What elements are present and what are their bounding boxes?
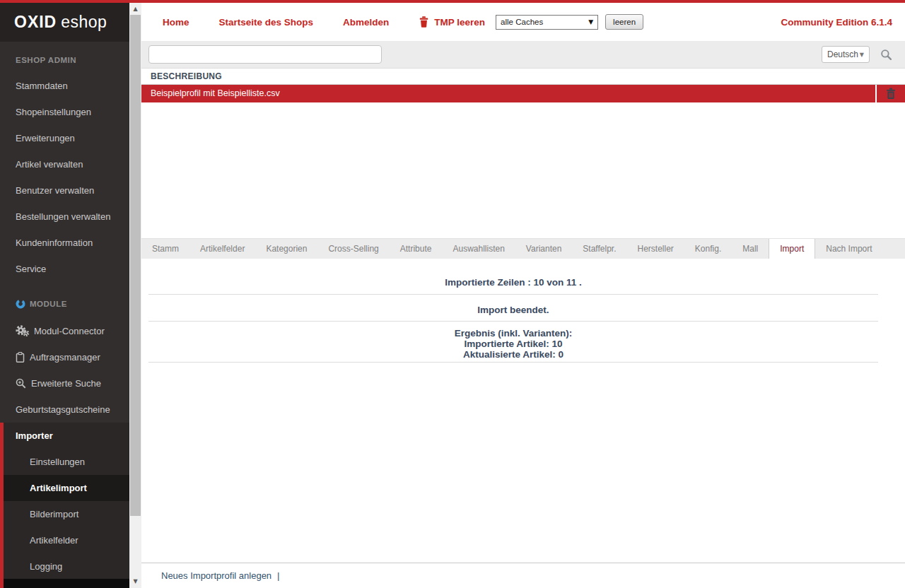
tab-kategorien[interactable]: Kategorien — [255, 239, 317, 259]
top-navigation: Home Startseite des Shops Abmelden TMP l… — [141, 3, 905, 41]
tab-import[interactable]: Import — [769, 239, 815, 259]
sidebar-subitem-logging[interactable]: Logging — [4, 553, 129, 580]
sidebar-item-label: Artikelimport — [30, 483, 87, 493]
separator — [148, 362, 878, 363]
tmp-clear-link[interactable]: TMP leeren — [419, 16, 485, 28]
cache-select-value: alle Caches — [501, 18, 543, 26]
sidebar-item-auftragsmanager[interactable]: Auftragsmanager — [0, 344, 129, 370]
sidebar-item-artikel-verwalten[interactable]: Artikel verwalten — [0, 151, 129, 177]
sidebar-item-importer[interactable]: Importer — [4, 423, 129, 449]
result-imported-count: Importierte Artikel: 10 — [148, 339, 878, 349]
sidebar-item-label: Bilderimport — [30, 509, 78, 519]
sidebar-header-eshop-admin: ESHOP ADMIN — [0, 46, 129, 73]
sidebar-item-label: Artikelfelder — [30, 535, 78, 546]
sidebar-subitem-artikelfelder[interactable]: Artikelfelder — [4, 527, 129, 553]
tab-staffelpr[interactable]: Staffelpr. — [572, 239, 626, 259]
sidebar-item-erweiterte-suche[interactable]: Erweiterte Suche — [0, 370, 129, 396]
clipboard-icon — [16, 352, 25, 363]
tab-artikelfelder[interactable]: Artikelfelder — [189, 239, 255, 259]
list-column-header: BESCHREIBUNG — [141, 69, 905, 85]
logo-text-light: eshop — [61, 13, 107, 32]
language-select[interactable]: Deutsch ▼ — [822, 46, 870, 63]
chevron-down-icon: ▼ — [860, 52, 864, 58]
sidebar-item-service[interactable]: Service — [0, 256, 129, 282]
sidebar-subitem-einstellungen[interactable]: Einstellungen — [4, 449, 129, 475]
sidebar-item-kundeninformation[interactable]: Kundeninformation — [0, 230, 129, 256]
sidebar-subitem-artikelimport[interactable]: Artikelimport — [4, 475, 129, 501]
sidebar-item-label: Erweiterungen — [16, 133, 75, 143]
tab-hersteller[interactable]: Hersteller — [627, 239, 684, 259]
oxid-eshop-logo: OXID eshop — [0, 3, 129, 42]
table-row: Beispielprofil mit Beispielliste.csv — [141, 85, 905, 102]
tab-konfig[interactable]: Konfig. — [684, 239, 732, 259]
search-icon — [880, 49, 892, 61]
sidebar-item-modul-connector[interactable]: Modul-Connector — [0, 317, 129, 344]
clear-cache-button[interactable]: leeren — [605, 14, 643, 30]
tab-stamm[interactable]: Stamm — [141, 239, 189, 259]
tab-mall[interactable]: Mall — [732, 239, 769, 259]
module-icon — [16, 299, 25, 309]
tab-auswahllisten[interactable]: Auswahllisten — [442, 239, 515, 259]
scroll-up-icon[interactable]: ▲ — [129, 4, 141, 14]
import-profile-row[interactable]: Beispielprofil mit Beispielliste.csv — [141, 85, 875, 102]
sidebar-scrollbar[interactable]: ▲ ▼ — [129, 3, 141, 588]
home-link[interactable]: Home — [163, 17, 189, 28]
import-result-panel: Importierte Zeilen : 10 von 11 . Import … — [141, 259, 905, 363]
tab-bar: Stamm Artikelfelder Kategorien Cross-Sel… — [141, 238, 905, 259]
gears-icon — [16, 325, 29, 336]
tab-varianten[interactable]: Varianten — [515, 239, 572, 259]
sidebar-item-label: Einstellungen — [30, 457, 85, 467]
footer-separator: | — [277, 570, 279, 581]
logout-link[interactable]: Abmelden — [343, 17, 389, 28]
logo-text-bold: OXID — [14, 13, 57, 32]
scrollbar-thumb[interactable] — [130, 15, 141, 516]
search-button[interactable] — [880, 49, 892, 61]
result-title: Ergebnis (inkl. Varianten): — [148, 328, 878, 339]
sidebar-item-label: Logging — [30, 561, 62, 572]
sidebar-item-geburtstagsgutscheine[interactable]: Geburtstagsgutscheine — [0, 396, 129, 423]
tmp-clear-label: TMP leeren — [434, 17, 485, 28]
sidebar-item-label: Auftragsmanager — [30, 352, 100, 363]
sidebar-item-benutzer-verwalten[interactable]: Benutzer verwalten — [0, 177, 129, 204]
trash-icon — [885, 88, 897, 100]
language-select-value: Deutsch — [827, 49, 858, 59]
chevron-down-icon: ▼ — [588, 18, 593, 25]
cache-select[interactable]: alle Caches ▼ — [496, 15, 598, 30]
imported-rows-message: Importierte Zeilen : 10 von 11 . — [148, 259, 878, 294]
sidebar-item-stammdaten[interactable]: Stammdaten — [0, 73, 129, 99]
scroll-down-icon[interactable]: ▼ — [129, 577, 141, 587]
search-toolbar: Deutsch ▼ — [141, 41, 905, 69]
sidebar-nav: ESHOP ADMIN Stammdaten Shopeinstellungen… — [0, 42, 129, 580]
sidebar-item-label: Modul-Connector — [34, 326, 105, 336]
trash-icon — [419, 16, 429, 28]
sidebar-group-importer: Importer Einstellungen Artikelimport Bil… — [0, 423, 129, 580]
main-area: Home Startseite des Shops Abmelden TMP l… — [141, 3, 905, 588]
sidebar-item-bestellungen-verwalten[interactable]: Bestellungen verwalten — [0, 204, 129, 230]
edition-label: Community Edition 6.1.4 — [781, 17, 892, 28]
sidebar-item-label: Kundeninformation — [16, 237, 93, 248]
import-result-summary: Ergebnis (inkl. Varianten): Importierte … — [148, 322, 878, 362]
tab-cross-selling[interactable]: Cross-Selling — [317, 239, 389, 259]
module-header-label: MODULE — [30, 300, 67, 308]
shop-frontpage-link[interactable]: Startseite des Shops — [219, 17, 314, 28]
top-accent-bar — [0, 0, 905, 3]
delete-profile-button[interactable] — [877, 85, 905, 102]
sidebar-item-erweiterungen[interactable]: Erweiterungen — [0, 125, 129, 151]
import-finished-message: Import beendet. — [148, 295, 878, 321]
sidebar-header-module: MODULE — [0, 289, 129, 317]
tab-nach-import[interactable]: Nach Import — [815, 239, 882, 259]
tab-attribute[interactable]: Attribute — [390, 239, 443, 259]
sidebar-item-label: Geburtstagsgutscheine — [16, 404, 110, 415]
sidebar-item-label: Stammdaten — [16, 81, 68, 91]
sidebar-item-shopeinstellungen[interactable]: Shopeinstellungen — [0, 99, 129, 125]
sidebar: OXID eshop ESHOP ADMIN Stammdaten Shopei… — [0, 3, 129, 580]
sidebar-item-label: Service — [16, 264, 46, 274]
bottom-action-bar: Neues Importprofil anlegen | — [141, 563, 905, 588]
new-import-profile-link[interactable]: Neues Importprofil anlegen — [161, 570, 272, 581]
sidebar-item-label: Shopeinstellungen — [16, 107, 91, 117]
search-input[interactable] — [148, 45, 382, 64]
sidebar-item-label: Bestellungen verwalten — [16, 211, 110, 222]
sidebar-item-label: Erweiterte Suche — [31, 378, 101, 389]
sidebar-item-label: Artikel verwalten — [16, 159, 83, 170]
sidebar-subitem-bilderimport[interactable]: Bilderimport — [4, 501, 129, 527]
